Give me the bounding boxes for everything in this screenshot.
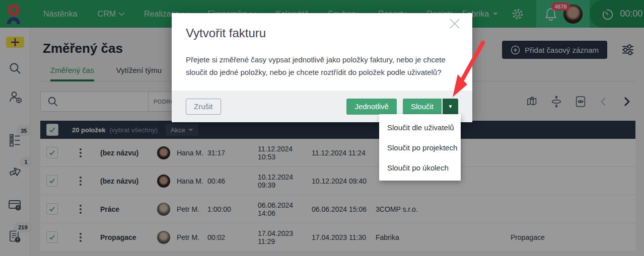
modal-body-text: Přejete si změřené časy vypsat jednotliv… xyxy=(172,40,472,91)
merge-options-caret-button[interactable]: ▼ xyxy=(443,99,458,115)
cancel-button[interactable]: Zrušit xyxy=(186,99,221,115)
menu-item-merge-by-tasks[interactable]: Sloučit po úkolech xyxy=(379,157,461,178)
individually-button[interactable]: Jednotlivě xyxy=(346,99,397,115)
create-invoice-modal: Vytvořit fakturu Přejete si změřené časy… xyxy=(172,13,472,122)
close-icon[interactable] xyxy=(448,17,461,30)
menu-item-merge-by-users[interactable]: Sloučit dle uživatelů xyxy=(379,117,461,137)
menu-item-merge-by-projects[interactable]: Sloučit po projektech xyxy=(379,137,461,157)
merge-options-dropdown: Sloučit dle uživatelů Sloučit po projekt… xyxy=(379,114,461,181)
merge-button[interactable]: Sloučit xyxy=(403,99,442,115)
modal-title: Vytvořit fakturu xyxy=(186,26,458,40)
